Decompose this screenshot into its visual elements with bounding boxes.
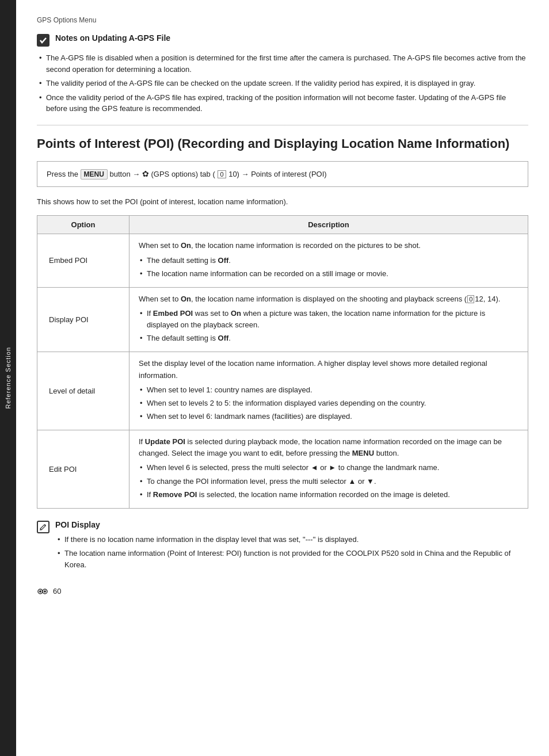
check-svg (39, 36, 47, 44)
notes-bullet-2: The validity period of the A-GPS file ca… (37, 78, 528, 89)
option-display-poi: Display POI (37, 287, 129, 352)
desc-display-poi: When set to On, the location name inform… (129, 287, 528, 352)
embed-poi-bold-on: On (181, 241, 191, 250)
pencil-icon (37, 521, 49, 533)
header-title: GPS Options Menu (37, 16, 96, 24)
on-ref: On (231, 309, 241, 318)
instruction-page-num: 10) → Points of interest (POI) (228, 170, 327, 178)
page-number: 60 (53, 587, 61, 595)
side-tab: Reference Section (0, 0, 16, 756)
svg-point-1 (39, 590, 41, 593)
display-poi-bullet-1: If Embed POI was set to On when a pictur… (139, 308, 518, 331)
poi-display-bullet-2: The location name information (Point of … (55, 548, 528, 570)
table-row: Embed POI When set to On, the location n… (37, 234, 528, 287)
table-row: Level of detail Set the display level of… (37, 352, 528, 430)
display-poi-bullets: If Embed POI was set to On when a pictur… (139, 308, 518, 344)
desc-embed-poi: When set to On, the location name inform… (129, 234, 528, 287)
main-content: GPS Options Menu Notes on Updating A-GPS… (16, 0, 549, 756)
instruction-middle: button → (110, 170, 142, 178)
camera-icon (37, 587, 48, 595)
notes-bullet-1: The A-GPS file is disabled when a positi… (37, 52, 528, 75)
poi-table: Option Description Embed POI When set to… (37, 215, 528, 508)
display-poi-off: Off (218, 334, 229, 342)
poi-display-section: POI Display If there is no location name… (37, 520, 528, 574)
poi-display-title: POI Display (55, 520, 528, 529)
option-edit-poi: Edit POI (37, 430, 129, 509)
instruction-gps-text: (GPS options) tab ( (151, 170, 215, 178)
page-header: GPS Options Menu (37, 16, 528, 24)
notes-title: Notes on Updating A-GPS File (55, 33, 170, 43)
embed-poi-intro: When set to On, the location name inform… (139, 241, 421, 250)
level-detail-bullet-3: When set to level 6: landmark names (fac… (139, 411, 518, 422)
pencil-svg (39, 523, 47, 531)
notes-bullet-3: Once the validity period of the A-GPS fi… (37, 92, 528, 114)
gps-icon: ✿ (142, 169, 149, 178)
edit-poi-intro: If Update POI is selected during playbac… (139, 437, 502, 457)
update-poi-ref: Update POI (145, 437, 185, 446)
edit-poi-bullet-1: When level 6 is selected, press the mult… (139, 462, 518, 474)
level-detail-bullets: When set to level 1: country names are d… (139, 384, 518, 422)
embed-poi-off: Off (218, 256, 229, 265)
edit-poi-bullet-3: If Remove POI is selected, the location … (139, 489, 518, 501)
menu-ref: MENU (352, 449, 374, 457)
embed-poi-bullet-2: The location name information can be rec… (139, 268, 518, 280)
page-footer: 60 (37, 587, 528, 595)
desc-level-detail: Set the display level of the location na… (129, 352, 528, 430)
display-poi-bullet-2: The default setting is Off. (139, 333, 518, 344)
option-embed-poi: Embed POI (37, 234, 129, 287)
table-row: Edit POI If Update POI is selected durin… (37, 430, 528, 509)
svg-point-3 (44, 590, 46, 593)
level-detail-intro: Set the display level of the location na… (139, 359, 487, 379)
divider (37, 125, 528, 125)
side-tab-label: Reference Section (5, 347, 12, 409)
display-poi-bold-on: On (181, 295, 191, 303)
notes-box: Notes on Updating A-GPS File (37, 33, 528, 47)
embed-poi-bullet-1: The default setting is Off. (139, 255, 518, 266)
table-row: Display POI When set to On, the location… (37, 287, 528, 352)
col-option-header: Option (37, 216, 129, 234)
embed-poi-ref: Embed POI (153, 309, 193, 318)
notes-content: Notes on Updating A-GPS File (55, 33, 170, 43)
embed-poi-bullets: The default setting is Off. The location… (139, 255, 518, 280)
instruction-box: Press the MENU button → ✿ (GPS options) … (37, 161, 528, 187)
intro-text: This shows how to set the POI (point of … (37, 196, 528, 208)
option-level-detail: Level of detail (37, 352, 129, 430)
poi-display-bullet-1: If there is no location name information… (55, 534, 528, 545)
level-detail-bullet-1: When set to level 1: country names are d… (139, 384, 518, 396)
notes-bullets: The A-GPS file is disabled when a positi… (37, 52, 528, 114)
checkbox-icon (37, 34, 49, 47)
display-poi-intro: When set to On, the location name inform… (139, 295, 500, 303)
poi-display-bullets: If there is no location name information… (55, 534, 528, 571)
level-detail-bullet-2: When set to levels 2 to 5: the informati… (139, 398, 518, 409)
edit-poi-bullets: When level 6 is selected, press the mult… (139, 462, 518, 500)
col-desc-header: Description (129, 216, 528, 234)
camera-svg (37, 587, 48, 595)
section-title: Points of Interest (POI) (Recording and … (37, 136, 528, 152)
table-header-row: Option Description (37, 216, 528, 234)
edit-poi-bullet-2: To change the POI information level, pre… (139, 476, 518, 487)
page-num-text: 60 (53, 587, 61, 595)
instruction-prefix: Press the (47, 170, 81, 178)
desc-edit-poi: If Update POI is selected during playbac… (129, 430, 528, 509)
remove-poi-ref: Remove POI (153, 490, 197, 499)
page-ref-icon: 0 (218, 170, 226, 178)
poi-display-content: POI Display If there is no location name… (55, 520, 528, 574)
menu-key: MENU (81, 169, 108, 180)
